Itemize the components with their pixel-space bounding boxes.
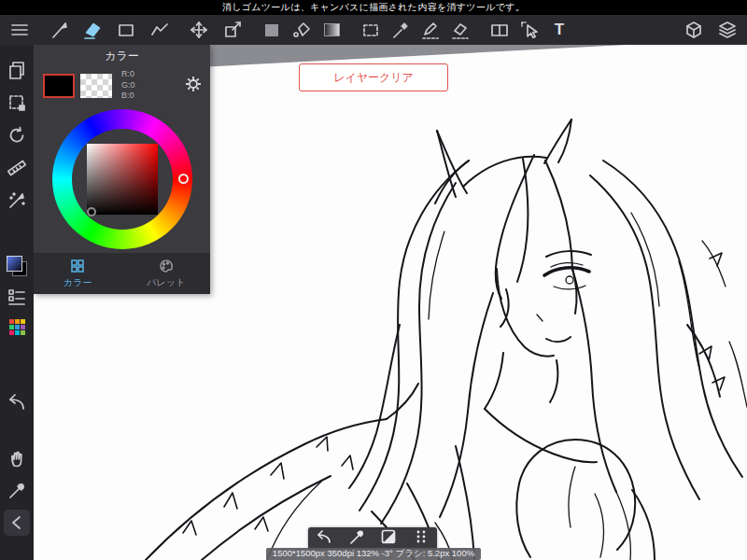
tab-palette[interactable]: パレット: [122, 253, 211, 294]
eyedropper-icon[interactable]: [4, 477, 30, 503]
brush-icon[interactable]: [47, 18, 71, 42]
status-bar: 1500*1500px 350dpi 132% -3° ブラシ: 5.2px 1…: [266, 548, 481, 560]
select-pen-icon[interactable]: [418, 18, 443, 42]
split-view-icon[interactable]: [487, 18, 512, 42]
notification-text: 消しゴムツールは、キャンバスに描画された内容を消すツールです。: [222, 1, 525, 14]
tab-color[interactable]: カラー: [34, 253, 122, 294]
eyedropper-icon[interactable]: [347, 527, 366, 550]
gear-icon[interactable]: [184, 75, 203, 97]
export-icon[interactable]: [220, 18, 245, 42]
color-panel-tabs: カラー パレット: [34, 253, 210, 294]
layer-list-icon[interactable]: [4, 284, 30, 310]
polyline-icon[interactable]: [148, 18, 172, 42]
hand-icon[interactable]: [4, 444, 30, 470]
notification-bar: 消しゴムツールは、キャンバスに描画された内容を消すツールです。: [0, 0, 747, 15]
rgb-b: B:0: [121, 91, 178, 102]
hue-selector-dot[interactable]: [178, 174, 189, 184]
pages-icon[interactable]: [4, 57, 30, 83]
transform-select-icon[interactable]: [4, 90, 30, 116]
bucket-icon[interactable]: [289, 18, 314, 42]
magic-wand-icon[interactable]: [388, 18, 413, 42]
sv-selector-dot[interactable]: [87, 207, 96, 217]
eraser-icon[interactable]: [80, 18, 105, 42]
menu-icon[interactable]: [7, 18, 32, 42]
select-rect-icon[interactable]: [359, 18, 383, 42]
undo-icon[interactable]: [315, 527, 333, 550]
left-sidebar: [0, 45, 34, 560]
layers-icon[interactable]: [715, 18, 740, 42]
rgb-values: R:0 G:0 B:0: [118, 69, 178, 102]
select-cursor-icon[interactable]: [517, 18, 542, 42]
floating-toolbar: [308, 527, 437, 550]
color-panel-title: カラー: [34, 45, 210, 67]
transparent-color-swatch[interactable]: [80, 74, 112, 98]
saturation-value-square[interactable]: [87, 144, 158, 215]
material-cube-icon[interactable]: [682, 18, 706, 42]
color-panel: カラー R:0 G:0 B:0: [34, 45, 210, 294]
rgb-g: G:0: [121, 80, 178, 91]
palette-grid-icon[interactable]: [4, 314, 30, 340]
select-eraser-icon[interactable]: [448, 18, 472, 42]
canvas-area[interactable]: レイヤークリア 1500*1500px 350dpi 132% -3° ブラシ:…: [34, 45, 747, 560]
move-icon[interactable]: [187, 18, 211, 42]
back-icon[interactable]: [4, 510, 30, 536]
flip-icon[interactable]: [379, 527, 398, 550]
status-text: 1500*1500px 350dpi 132% -3° ブラシ: 5.2px 1…: [273, 548, 474, 560]
deco-brush-icon[interactable]: [4, 188, 30, 214]
rotate-canvas-icon[interactable]: [4, 122, 30, 148]
current-color-swatch[interactable]: [43, 74, 75, 98]
main-toolbar: T: [0, 15, 747, 45]
fill-color-icon[interactable]: [260, 18, 284, 42]
layer-clear-button[interactable]: レイヤークリア: [299, 63, 448, 91]
tab-palette-label: パレット: [147, 276, 185, 289]
rgb-r: R:0: [121, 69, 178, 80]
ruler-icon[interactable]: [4, 155, 30, 181]
drag-handle-icon[interactable]: [412, 527, 430, 550]
fg-color-swatch[interactable]: [4, 253, 30, 279]
text-icon[interactable]: T: [547, 18, 571, 42]
shape-rect-icon[interactable]: [114, 18, 138, 42]
tab-color-label: カラー: [63, 276, 92, 289]
color-wheel[interactable]: [52, 109, 192, 249]
gradient-icon[interactable]: [319, 18, 344, 42]
undo-icon[interactable]: [4, 388, 30, 414]
